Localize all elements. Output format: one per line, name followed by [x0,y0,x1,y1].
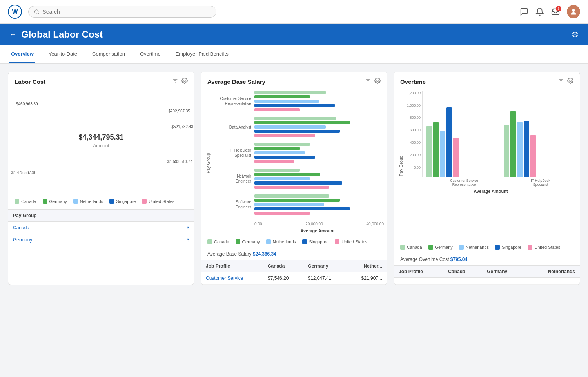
vbar-canada [426,126,432,177]
filter-icon[interactable] [365,78,371,85]
table-row: Germany $ [8,234,194,246]
vbar-netherlands [517,122,523,177]
overtime-chart-body: 1,200.00 1,000.00 800.00 600.00 400.00 2… [405,91,577,241]
tab-employer-benefits[interactable]: Employer Paid Benefits [174,45,230,63]
chat-icon[interactable] [520,7,528,16]
label-germany: $292,967.35 [168,109,190,113]
svg-text:$4,344,795.31: $4,344,795.31 [78,133,123,141]
avg-salary-actions [365,78,381,85]
vbar-us [453,138,459,177]
user-avatar[interactable] [567,5,580,18]
vbar-singapore [446,107,452,177]
legend-netherlands: Netherlands [73,199,103,204]
page-header: ← Global Labor Cost ⚙ [0,24,588,45]
table-row [394,278,580,285]
vbar-chart-area: 1,200.00 1,000.00 800.00 600.00 400.00 2… [405,91,577,177]
hbar-row-it: IT HelpDeskSpecialist [212,143,384,163]
hbar-row-da: Data Analyst [212,117,384,137]
row-germany-value: $ [145,234,194,246]
back-button[interactable]: ← [9,31,16,39]
avg-salary-table: Job Profile Canada Germany Nether... Cus… [201,260,387,285]
search-bar[interactable] [28,6,216,18]
vbar-group-csr [426,107,496,177]
germany-dot [43,199,47,204]
overtime-title: Overtime [400,78,426,85]
tabs-bar: Overview Year-to-Date Compensation Overt… [0,45,588,64]
hbar-row-csr: Customer ServiceRepresentative [212,91,384,111]
filter-icon[interactable] [172,78,178,85]
search-icon [34,9,39,14]
x-axis-label: Average Amount [405,187,577,196]
overtime-legend: Canada Germany Netherlands Singapore Uni… [394,241,580,254]
col-job-profile: Job Profile [201,260,263,272]
labor-cost-table: Pay Group Canada $ Germany $ [8,209,194,246]
avg-salary-stat: Average Base Salary $24,366.34 [201,248,387,260]
bell-icon[interactable] [535,7,544,16]
svg-point-21 [570,80,571,82]
svg-point-17 [377,80,378,82]
overtime-panel: Overtime Pay Group 1,200.00 1,000.0 [394,72,580,285]
overtime-chart: Pay Group 1,200.00 1,000.00 800.00 600.0… [394,89,580,241]
legend-us: United States [142,199,174,204]
vbar-germany [433,122,439,177]
row-germany-label: Germany [8,234,145,246]
row-profile: Customer Service [201,272,263,285]
avg-salary-legend: Canada Germany Netherlands Singapore Uni… [201,236,387,248]
gear-icon[interactable] [181,78,188,85]
search-input[interactable] [42,9,211,15]
labor-cost-actions [172,78,188,85]
vbar-netherlands [440,131,445,177]
labor-cost-legend: Canada Germany Netherlands Singapore Uni… [8,195,194,208]
overtime-table: Job Profile Canada Germany Netherlands [394,265,580,285]
overtime-header: Overtime [394,72,580,89]
label-canada: $460,963.89 [16,102,38,106]
x-axis: Customer ServiceRepresentative IT HelpDe… [405,177,577,187]
col-canada: Canada [443,266,482,278]
tab-overtime[interactable]: Overtime [138,45,162,63]
settings-icon[interactable]: ⚙ [572,30,579,39]
svg-point-2 [572,9,575,12]
svg-point-0 [35,9,38,13]
canada-dot [15,199,19,204]
col-germany: Germany [303,260,347,272]
overtime-actions [558,78,573,85]
gear-icon[interactable] [374,78,381,85]
us-dot [142,199,147,204]
col-job-profile: Job Profile [394,266,443,278]
label-us: $1,475,567.90 [11,170,36,175]
row-canada: $7,546.20 [263,272,303,285]
filter-icon[interactable] [558,78,564,85]
labor-cost-title: Labor Cost [15,78,45,85]
tab-ytd[interactable]: Year-to-Date [47,45,79,63]
top-nav: W 3 [0,0,588,24]
table-row: Canada $ [8,222,194,234]
gear-icon[interactable] [567,78,573,85]
header-left: ← Global Labor Cost [9,29,103,40]
row-canada-value: $ [145,222,194,234]
avg-salary-table-container: Job Profile Canada Germany Nether... Cus… [201,260,387,285]
label-singapore: $1,593,513.74 [167,160,192,164]
avg-salary-panel: Average Base Salary Pay Group Customer S… [201,72,387,285]
inbox-badge: 3 [556,6,561,11]
inbox-icon[interactable]: 3 [551,7,560,16]
svg-line-1 [38,13,38,13]
hbar-row-ne: NetworkEngineer [212,169,384,189]
labor-cost-header: Labor Cost [8,72,194,89]
vbar-canada [504,125,509,177]
col-germany: Germany [482,266,526,278]
donut-svg: $4,344,795.31 Amount [50,93,152,195]
app-logo: W [8,5,22,19]
table-row: Customer Service $7,546.20 $12,047.41 $2… [201,272,387,285]
col-netherlands: Netherlands [526,266,580,278]
vbar-germany [510,111,516,177]
hbar-row-se: SoftwareEngineer [212,194,384,215]
legend-germany: Germany [43,199,67,204]
col-value [145,210,194,222]
col-pay-group: Pay Group [8,210,145,222]
tab-compensation[interactable]: Compensation [91,45,127,63]
vbar-group-it [504,111,573,177]
main-content: Labor Cost [0,64,588,293]
labor-cost-panel: Labor Cost [8,72,194,285]
tab-overview[interactable]: Overview [9,45,35,63]
avg-salary-chart: Pay Group Customer ServiceRepresentative… [201,89,387,236]
